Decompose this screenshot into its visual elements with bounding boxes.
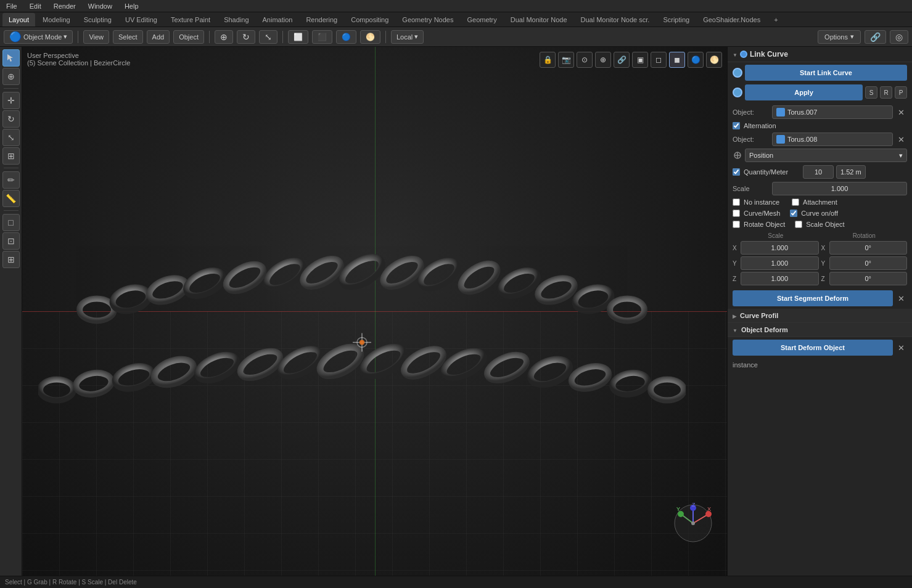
menu-edit[interactable]: Edit <box>27 2 44 10</box>
add-quad-tool[interactable]: ⊡ <box>2 232 20 250</box>
object-menu[interactable]: Object <box>173 30 204 44</box>
start-segment-deform-close-btn[interactable]: ✕ <box>895 295 907 303</box>
curve-onoff-checkbox[interactable] <box>790 210 797 217</box>
tab-geometry-nodes[interactable]: Geometry Nodes <box>396 13 459 27</box>
svg-point-10 <box>456 258 502 297</box>
transform-tool[interactable]: ⊞ <box>2 147 20 165</box>
viewport-camera-btn[interactable]: 📷 <box>558 52 574 68</box>
view-menu[interactable]: View <box>83 30 109 44</box>
attachment-checkbox[interactable] <box>792 198 799 206</box>
scale-y-input[interactable]: 1.000 <box>741 256 819 270</box>
viewport-shading-wire[interactable]: ◻ <box>651 52 667 68</box>
tab-shading[interactable]: Shading <box>218 13 255 27</box>
svg-point-45 <box>691 521 695 525</box>
curve-mesh-checkbox[interactable] <box>733 210 740 217</box>
tab-sculpting[interactable]: Sculpting <box>78 13 118 27</box>
start-link-curve-button[interactable]: Start Link Curve <box>745 65 907 81</box>
p-button[interactable]: P <box>895 86 907 99</box>
select-menu[interactable]: Select <box>113 30 143 44</box>
rotation-y-input[interactable]: 0° <box>829 256 908 270</box>
transform-btn[interactable]: ⊕ <box>215 30 233 44</box>
object-deform-header[interactable]: Object Deform <box>728 323 912 337</box>
scale-z-input[interactable]: 1.000 <box>741 272 819 285</box>
select-tool[interactable] <box>2 49 20 67</box>
move-tool[interactable]: ✛ <box>2 92 20 109</box>
shading-solid[interactable]: ⬛ <box>312 30 332 44</box>
local-dropdown[interactable]: Local ▾ <box>391 30 424 44</box>
alternation-checkbox[interactable] <box>733 122 740 129</box>
viewport-shading-solid[interactable]: ◼ <box>669 52 685 68</box>
tab-rendering[interactable]: Rendering <box>300 13 343 27</box>
scale-tool[interactable]: ⤡ <box>2 129 20 146</box>
tab-modeling[interactable]: Modeling <box>36 13 76 27</box>
tab-geoshaider-nodes[interactable]: GeoShaider.Nodes <box>697 13 766 27</box>
position-row: Position ▾ <box>728 147 912 163</box>
viewport[interactable]: User Perspective (5) Scene Collection | … <box>22 47 727 576</box>
cursor-tool[interactable]: ⊕ <box>2 68 20 85</box>
object1-close-btn[interactable]: ✕ <box>895 108 907 116</box>
start-segment-deform-button[interactable]: Start Segment Deform <box>733 290 893 306</box>
scale-row: Scale 1.000 <box>728 181 912 197</box>
viewport-overlay-btn[interactable]: ⊙ <box>577 52 593 68</box>
scale-btn[interactable]: ⤡ <box>259 30 277 44</box>
svg-point-21 <box>276 343 324 382</box>
viewport-shading-render[interactable]: 🌕 <box>706 52 722 68</box>
measure-tool[interactable]: 📏 <box>2 190 20 207</box>
tab-animation[interactable]: Animation <box>257 13 299 27</box>
menu-window[interactable]: Window <box>86 2 115 10</box>
s-button[interactable]: S <box>865 86 877 99</box>
shading-mat[interactable]: 🔵 <box>336 30 356 44</box>
viewport-snap-btn[interactable]: 🔗 <box>614 52 630 68</box>
rotation-x-input[interactable]: 0° <box>829 241 908 255</box>
menu-file[interactable]: File <box>4 2 20 10</box>
menu-render[interactable]: Render <box>51 2 78 10</box>
quantity-input[interactable]: 10 <box>803 165 834 179</box>
tab-dual-monitor-node[interactable]: Dual Monitor Node <box>504 13 573 27</box>
tab-uv-editing[interactable]: UV Editing <box>119 13 163 27</box>
apply-button[interactable]: Apply <box>745 84 863 100</box>
scale-value[interactable]: 1.000 <box>772 182 907 195</box>
mode-dropdown[interactable]: 🔵 Object Mode ▾ <box>4 30 73 44</box>
shading-render[interactable]: 🌕 <box>360 30 380 44</box>
start-deform-object-button[interactable]: Start Deform Object <box>733 340 893 356</box>
rotation-z-input[interactable]: 0° <box>829 272 908 285</box>
add-box-tool[interactable]: □ <box>2 214 20 231</box>
scale-object-checkbox[interactable] <box>795 221 802 228</box>
svg-point-11 <box>496 265 541 301</box>
viewport-xray-btn[interactable]: ▣ <box>632 52 648 68</box>
snap-btn[interactable]: 🔗 <box>865 30 886 44</box>
position-dropdown[interactable]: Position ▾ <box>745 149 907 162</box>
tab-compositing[interactable]: Compositing <box>345 13 395 27</box>
viewport-lock-btn[interactable]: 🔒 <box>540 52 556 68</box>
add-menu[interactable]: Add <box>147 30 170 44</box>
tab-add[interactable]: + <box>768 13 784 27</box>
tab-geometry[interactable]: Geometry <box>461 13 503 27</box>
no-instance-checkbox[interactable] <box>733 198 740 206</box>
link-curve-collapse-arrow[interactable] <box>733 50 737 59</box>
tab-texture-paint[interactable]: Texture Paint <box>165 13 216 27</box>
curve-profil-header[interactable]: Curve Profil <box>728 309 912 323</box>
rotate-btn[interactable]: ↻ <box>237 30 255 44</box>
object2-close-btn[interactable]: ✕ <box>895 136 907 144</box>
rotate-object-checkbox[interactable] <box>733 221 740 228</box>
tab-dual-monitor-node-scr[interactable]: Dual Monitor Node scr. <box>575 13 656 27</box>
meter-input[interactable]: 1.52 m <box>836 165 866 179</box>
viewport-shading-mat[interactable]: 🔵 <box>688 52 704 68</box>
history-tool[interactable]: ⊞ <box>2 251 20 268</box>
annotate-tool[interactable]: ✏ <box>2 171 20 189</box>
object1-field[interactable]: Torus.007 <box>772 105 893 119</box>
options-button[interactable]: Options ▾ <box>818 30 861 44</box>
object2-field[interactable]: Torus.008 <box>772 133 893 146</box>
shading-wire[interactable]: ⬜ <box>288 30 308 44</box>
proportional-btn[interactable]: ◎ <box>890 30 908 44</box>
tab-layout[interactable]: Layout <box>2 13 35 27</box>
viewport-gizmo-btn[interactable]: ⊕ <box>595 52 611 68</box>
start-deform-object-close-btn[interactable]: ✕ <box>895 344 907 352</box>
r-button[interactable]: R <box>880 86 892 99</box>
scale-x-input[interactable]: 1.000 <box>741 241 819 255</box>
main-area: ⊕ ✛ ↻ ⤡ ⊞ ✏ 📏 □ ⊡ ⊞ <box>0 47 912 576</box>
rotate-tool[interactable]: ↻ <box>2 110 20 128</box>
quantity-meter-checkbox[interactable] <box>733 168 740 176</box>
tab-scripting[interactable]: Scripting <box>657 13 696 27</box>
menu-help[interactable]: Help <box>122 2 141 10</box>
